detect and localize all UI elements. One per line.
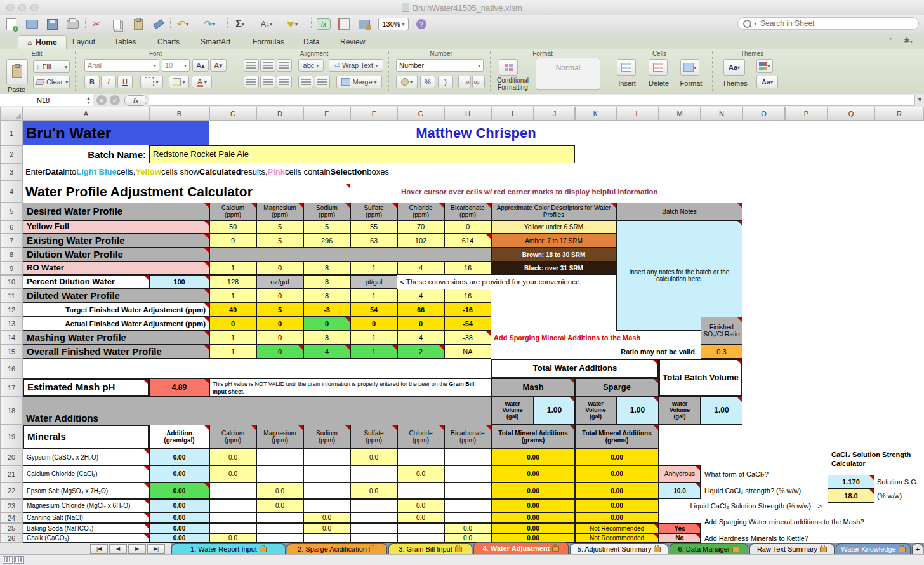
media-browser-icon[interactable]: [357, 17, 372, 31]
paste-button[interactable]: [6, 59, 28, 84]
column-header-f[interactable]: F: [350, 107, 397, 121]
font-family-select[interactable]: Arial▾: [84, 59, 159, 72]
row-header[interactable]: 16: [0, 359, 23, 378]
paste-icon[interactable]: [131, 17, 146, 31]
row-header[interactable]: 24: [0, 512, 23, 523]
row-header[interactable]: 11: [0, 289, 23, 303]
column-header-l[interactable]: L: [616, 107, 659, 121]
row-header[interactable]: 19: [0, 425, 23, 449]
help-icon[interactable]: ?: [414, 17, 429, 31]
align-bottom-icon[interactable]: [277, 59, 292, 72]
row-header[interactable]: 8: [0, 248, 23, 262]
row-header[interactable]: 3: [0, 163, 23, 180]
column-header-g[interactable]: G: [397, 107, 444, 121]
search-scope-chevron-icon[interactable]: ▾: [754, 21, 756, 27]
format-cells-button[interactable]: ▾: [680, 59, 699, 76]
themes-button[interactable]: Aa▾: [723, 59, 745, 76]
align-top-icon[interactable]: [244, 59, 259, 72]
sheet-tab-grain-bill-input[interactable]: 3. Grain Bill Input: [388, 543, 472, 554]
column-header-k[interactable]: K: [575, 107, 616, 121]
column-header-j[interactable]: J: [534, 107, 575, 121]
align-left-icon[interactable]: [244, 76, 259, 88]
search-in-sheet[interactable]: ▾: [737, 17, 919, 30]
column-header-e[interactable]: E: [303, 107, 350, 121]
first-sheet-icon[interactable]: |◀: [90, 544, 108, 554]
cacl2-sg-value[interactable]: 1.170: [828, 475, 874, 489]
bold-button[interactable]: B: [84, 76, 100, 88]
formula-builder-icon[interactable]: fx: [316, 17, 331, 31]
row-header[interactable]: 6: [0, 220, 23, 234]
dilution-water-select[interactable]: RO Water: [23, 262, 209, 275]
select-all-corner[interactable]: [0, 107, 23, 121]
increase-font-icon[interactable]: A▴: [192, 59, 209, 72]
filter-icon[interactable]: ▾: [284, 17, 300, 31]
increase-indent-icon[interactable]: [315, 76, 330, 88]
format-painter-icon[interactable]: [151, 17, 166, 31]
column-header-i[interactable]: I: [491, 107, 534, 121]
row-header[interactable]: 15: [0, 345, 23, 359]
merge-button[interactable]: Merge▾: [336, 76, 382, 88]
italic-button[interactable]: I: [101, 76, 116, 88]
kettle-minerals-select[interactable]: No: [659, 533, 701, 543]
sheet-tab-water-adjustment[interactable]: 4. Water Adjustment: [473, 542, 569, 554]
column-header-a[interactable]: A: [23, 107, 149, 121]
increase-decimal-icon[interactable]: ←.0: [458, 76, 471, 88]
normal-view-icon[interactable]: [3, 556, 13, 564]
mineral-addition-input[interactable]: 0.00: [149, 449, 209, 465]
formula-bar-chevron-icon[interactable]: ▼: [917, 96, 923, 103]
clear-button[interactable]: Clear▾: [33, 76, 70, 88]
tab-layout[interactable]: Layout: [63, 35, 104, 49]
notebook-icon[interactable]: [336, 17, 352, 31]
font-color-button[interactable]: A▾: [192, 76, 212, 88]
formula-input[interactable]: [148, 95, 915, 106]
align-middle-icon[interactable]: [260, 59, 275, 72]
cancel-entry-icon[interactable]: ✕: [96, 95, 107, 105]
tab-data[interactable]: Data: [294, 35, 328, 49]
mash-volume-input[interactable]: 1.00: [534, 397, 575, 425]
mineral-addition-input[interactable]: 0.00: [149, 512, 209, 523]
desired-profile-select[interactable]: Yellow Full: [23, 220, 209, 234]
column-header-p[interactable]: P: [785, 107, 828, 121]
delete-cells-button[interactable]: [649, 59, 668, 76]
decrease-indent-icon[interactable]: [298, 76, 314, 88]
cacl2-form-select[interactable]: Anhydrous: [659, 465, 701, 482]
row-header[interactable]: 23: [0, 499, 23, 512]
column-header-r[interactable]: R: [874, 107, 924, 121]
row-header[interactable]: 2: [0, 145, 23, 163]
sheet-tab-data-manager[interactable]: 6. Data Manager: [670, 543, 748, 554]
row-header[interactable]: 13: [0, 317, 23, 331]
align-right-icon[interactable]: [277, 76, 292, 88]
row-header[interactable]: 22: [0, 482, 23, 499]
gear-icon[interactable]: ✱▾: [904, 36, 913, 45]
redo-icon[interactable]: ↷▾: [202, 17, 217, 31]
column-header-q[interactable]: Q: [828, 107, 874, 121]
row-header[interactable]: 1: [0, 121, 23, 145]
tab-charts[interactable]: Charts: [148, 35, 188, 49]
row-header[interactable]: 5: [0, 203, 23, 220]
insert-function-icon[interactable]: fx: [124, 95, 147, 106]
row-header[interactable]: 4: [0, 180, 23, 203]
copy-icon[interactable]: [109, 17, 124, 31]
theme-fonts-button[interactable]: Aa▾: [756, 76, 778, 88]
sparge-to-mash-select[interactable]: Yes: [659, 523, 701, 533]
currency-button[interactable]: ▾: [396, 76, 418, 88]
sheet-tab-water-report-input[interactable]: 1. Water Report Input: [171, 543, 286, 554]
mineral-addition-input[interactable]: 0.00: [149, 533, 209, 543]
batch-volume-input[interactable]: 1.00: [701, 397, 742, 425]
batch-notes-input[interactable]: Insert any notes for the batch or the ca…: [616, 220, 742, 331]
column-header-d[interactable]: D: [256, 107, 303, 121]
row-header[interactable]: 20: [0, 449, 23, 465]
align-center-icon[interactable]: [260, 76, 275, 88]
cut-icon[interactable]: ✂: [89, 17, 104, 31]
decrease-font-icon[interactable]: A▾: [210, 59, 227, 72]
print-icon[interactable]: [65, 17, 80, 31]
tab-review[interactable]: Review: [331, 35, 374, 49]
zoom-select[interactable]: 130%▾: [378, 18, 409, 30]
last-sheet-icon[interactable]: ▶|: [147, 544, 165, 554]
column-header-h[interactable]: H: [444, 107, 491, 121]
page-layout-view-icon[interactable]: [14, 556, 24, 564]
styles-gallery[interactable]: Normal: [536, 58, 600, 90]
row-header[interactable]: 7: [0, 234, 23, 248]
tab-formulas[interactable]: Formulas: [244, 35, 293, 49]
search-input[interactable]: [759, 18, 913, 29]
